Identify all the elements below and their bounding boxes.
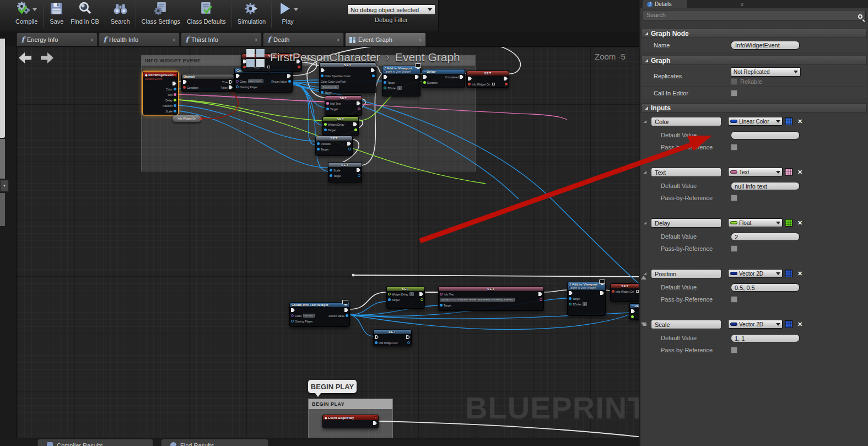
pin-value-field[interactable]: Info Text bbox=[303, 314, 315, 318]
default-value-field[interactable]: 2 bbox=[731, 233, 800, 241]
exec-pin-icon[interactable] bbox=[423, 75, 427, 79]
exec-pin-icon[interactable] bbox=[236, 74, 240, 78]
data-pin-icon[interactable] bbox=[407, 341, 410, 344]
toolbar-button-find-in-cb[interactable]: Find in CB bbox=[67, 0, 102, 26]
collapsed-panel-handle[interactable]: ▾ bbox=[0, 180, 9, 192]
close-icon[interactable]: x bbox=[255, 37, 258, 42]
node-set-widget-delay-mid[interactable]: SETWidget DelayTarget bbox=[322, 116, 359, 136]
node-pin[interactable]: Owning Player bbox=[236, 84, 263, 89]
node-pin[interactable] bbox=[358, 106, 360, 111]
details-search-input[interactable]: Search bbox=[643, 10, 866, 20]
node-pin[interactable] bbox=[505, 82, 508, 87]
data-pin-icon[interactable] bbox=[372, 74, 375, 77]
data-pin-icon[interactable] bbox=[317, 148, 320, 151]
data-pin-icon[interactable] bbox=[326, 102, 329, 105]
default-value-field[interactable]: 1, 1 bbox=[731, 334, 800, 342]
pin-value-field[interactable]: ДЫШАТЬ ПОЧТИ НЕЧЕМ, НУЖНО ВЫБИРАТЬСЯ ВПЕ… bbox=[440, 298, 515, 302]
node-pin[interactable] bbox=[569, 291, 587, 295]
node-pin[interactable]: Scale bbox=[330, 168, 341, 173]
data-pin-icon[interactable] bbox=[354, 128, 357, 131]
data-pin-icon[interactable] bbox=[324, 123, 327, 126]
node-pin[interactable]: Scale bbox=[165, 109, 176, 114]
data-pin-icon[interactable] bbox=[324, 128, 327, 131]
data-pin-icon[interactable] bbox=[326, 108, 329, 110]
close-icon[interactable]: x bbox=[337, 37, 340, 42]
exec-pin-icon[interactable] bbox=[631, 309, 635, 313]
node-pin[interactable]: Target bbox=[326, 106, 341, 111]
name-field[interactable]: InfoWidgetEvent bbox=[731, 41, 800, 50]
node-pin[interactable]: False bbox=[221, 85, 233, 90]
exec-pin-icon[interactable] bbox=[504, 77, 508, 80]
data-pin-icon[interactable] bbox=[384, 87, 386, 89]
section-graph-node[interactable]: Graph Node bbox=[641, 29, 867, 38]
default-value-field[interactable]: null info text bbox=[731, 182, 800, 190]
input-name-field[interactable]: Text bbox=[651, 168, 721, 177]
node-pin[interactable] bbox=[538, 292, 542, 297]
pass-by-reference-checkbox[interactable] bbox=[731, 195, 737, 201]
input-type-dropdown[interactable]: Float bbox=[728, 218, 783, 227]
data-pin-icon[interactable] bbox=[183, 86, 186, 89]
node-set-info-text-bottom[interactable]: SETInfo TextДЫШАТЬ ПОЧТИ НЕЧЕМ, НУЖНО ВЫ… bbox=[438, 286, 544, 311]
node-pin[interactable] bbox=[183, 79, 198, 84]
node-pin[interactable]: Widget Delay bbox=[324, 122, 344, 127]
data-pin-icon[interactable] bbox=[291, 314, 294, 317]
data-pin-icon[interactable] bbox=[243, 66, 246, 68]
exec-pin-icon[interactable] bbox=[384, 75, 387, 79]
toolbar-button-play[interactable]: Play bbox=[274, 0, 301, 26]
node-pin[interactable] bbox=[358, 173, 360, 178]
data-pin-icon[interactable] bbox=[346, 314, 348, 317]
data-pin-icon[interactable] bbox=[236, 85, 239, 88]
expander-icon[interactable] bbox=[644, 171, 646, 174]
input-name-field[interactable]: Delay bbox=[651, 218, 721, 228]
expander-icon[interactable] bbox=[644, 222, 646, 224]
node-pin[interactable]: Color Color UseRule bbox=[321, 79, 351, 84]
remove-input-icon[interactable]: ✕ bbox=[797, 169, 802, 176]
node-pin[interactable] bbox=[540, 297, 542, 302]
data-pin-icon[interactable] bbox=[375, 341, 378, 344]
toolbar-button-compile[interactable]: Compile bbox=[12, 0, 41, 26]
data-pin-icon[interactable] bbox=[288, 80, 291, 83]
close-icon[interactable]: x bbox=[419, 37, 422, 42]
node-pin[interactable] bbox=[321, 68, 351, 73]
toolbar-button-class-settings[interactable]: Class Settings bbox=[138, 0, 184, 26]
exec-pin-icon[interactable] bbox=[347, 142, 351, 146]
default-value-field[interactable]: 0.5, 0.5 bbox=[731, 283, 800, 292]
exec-pin-icon[interactable] bbox=[357, 168, 360, 172]
breadcrumb-page[interactable]: Event Graph bbox=[395, 51, 460, 63]
node-pin[interactable] bbox=[236, 73, 263, 78]
data-pin-icon[interactable] bbox=[174, 93, 176, 96]
node-pin[interactable]: Target bbox=[569, 296, 587, 301]
node-pin[interactable]: ClassINFO TEXT.. bbox=[236, 79, 263, 84]
node-set-scale-mid[interactable]: SETScaleTarget bbox=[328, 162, 362, 182]
exec-pin-icon[interactable] bbox=[373, 421, 377, 425]
section-inputs[interactable]: Inputs bbox=[641, 103, 867, 112]
default-value-field[interactable] bbox=[731, 131, 800, 139]
data-pin-icon[interactable] bbox=[348, 148, 351, 151]
node-pin[interactable]: ZOrder0 bbox=[384, 85, 402, 90]
array-grid-icon[interactable] bbox=[785, 168, 792, 176]
node-pin[interactable] bbox=[373, 421, 377, 426]
tab-energy-info[interactable]: fEnergy Infox bbox=[17, 33, 98, 46]
node-pin[interactable]: Position bbox=[163, 103, 176, 108]
exec-pin-icon[interactable] bbox=[406, 335, 410, 339]
data-pin-icon[interactable] bbox=[174, 88, 176, 90]
node-delay-top[interactable]: ◔ DelayDurationCompleted bbox=[422, 69, 465, 88]
node-set-info-widget-ref[interactable]: SETInfo Widget Ref bbox=[373, 329, 412, 346]
replicates-dropdown[interactable]: Not Replicated bbox=[731, 67, 801, 77]
data-pin-icon[interactable] bbox=[569, 303, 572, 305]
exec-pin-icon[interactable] bbox=[415, 75, 419, 79]
data-pin-icon[interactable] bbox=[330, 169, 332, 171]
tab-event-graph[interactable]: Event Graphx bbox=[345, 33, 426, 46]
remove-input-icon[interactable]: ✕ bbox=[797, 270, 802, 277]
data-pin-icon[interactable] bbox=[468, 83, 471, 85]
tab-find-results[interactable]: Find Results bbox=[161, 439, 268, 446]
node-pin[interactable] bbox=[287, 73, 291, 78]
node-pin[interactable]: Completed bbox=[445, 74, 463, 79]
node-pin[interactable]: Target bbox=[384, 80, 402, 85]
node-pin[interactable] bbox=[600, 291, 604, 295]
debug-object-dropdown[interactable]: No debug object selected bbox=[347, 4, 435, 15]
node-pin[interactable]: Target bbox=[321, 90, 351, 95]
node-pin[interactable] bbox=[631, 309, 635, 314]
chevron-down-icon[interactable] bbox=[33, 8, 37, 11]
toolbar-button-search[interactable]: Search bbox=[107, 0, 133, 26]
